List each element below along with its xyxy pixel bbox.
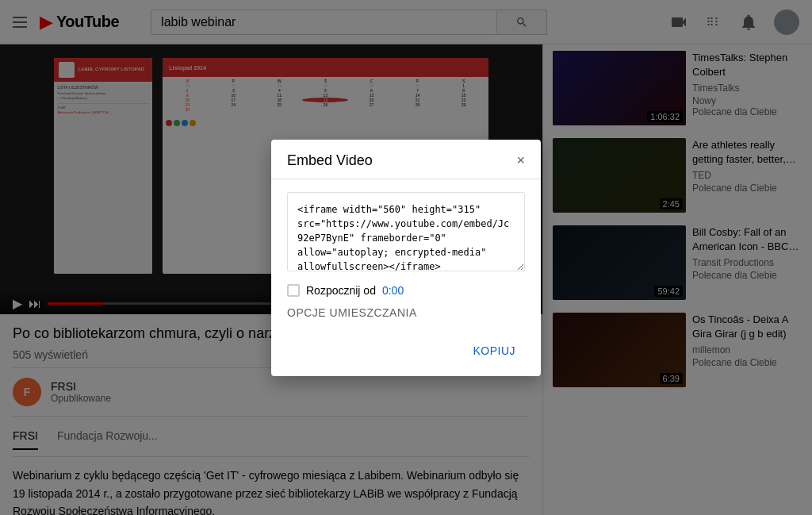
modal-close-button[interactable]: × [516, 152, 525, 169]
start-at-checkbox-wrap: Rozpocznij od [287, 284, 376, 297]
modal-overlay[interactable]: Embed Video × <iframe width="560" height… [0, 0, 812, 515]
modal-footer: KOPIUJ [271, 332, 541, 376]
modal-header: Embed Video × [271, 140, 541, 179]
embed-code-textarea[interactable]: <iframe width="560" height="315" src="ht… [287, 192, 525, 271]
embed-options-link[interactable]: OPCJE UMIESZCZANIA [287, 306, 525, 319]
modal-title: Embed Video [287, 152, 373, 169]
start-at-label: Rozpocznij od [306, 284, 376, 297]
modal-body: <iframe width="560" height="315" src="ht… [271, 179, 541, 332]
start-at-checkbox[interactable] [287, 284, 300, 297]
start-at-time[interactable]: 0:00 [382, 284, 404, 297]
start-at-row: Rozpocznij od 0:00 [287, 284, 525, 297]
embed-video-modal: Embed Video × <iframe width="560" height… [271, 140, 541, 376]
copy-button[interactable]: KOPIUJ [463, 338, 525, 363]
